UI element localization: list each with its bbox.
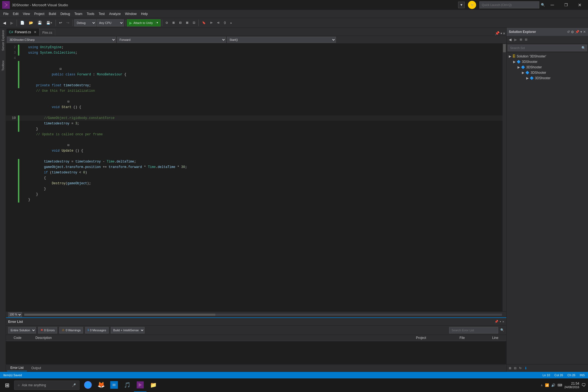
menu-team[interactable]: Team [72,11,84,17]
menu-edit[interactable]: Edit [11,11,21,17]
se-bottom-btn-4[interactable]: ⬇ [523,366,528,371]
menu-project[interactable]: Project [32,11,47,17]
mic-icon[interactable]: 🎤 [72,383,76,387]
toolbox-tab[interactable]: Toolbox [1,58,5,73]
se-back-button[interactable]: ◀ [508,37,513,42]
build-dropdown[interactable]: Build + IntelliSense [111,327,145,333]
toolbar-btn-7[interactable]: ⊲ [215,19,221,27]
se-forward-button[interactable]: ▶ [513,37,518,42]
clock[interactable]: 21:54 24/08/2016 [564,382,579,389]
volume-icon[interactable]: 🔊 [551,383,555,387]
panel-dropdown-icon[interactable]: ▾ [500,320,501,323]
vertical-scrollbar[interactable] [503,44,506,311]
keyboard-icon[interactable]: ⌨ [558,383,562,387]
line-code-14[interactable]: // Update is called once per frame [19,132,503,137]
scope-dropdown[interactable]: Entire Solution [8,327,36,333]
dropdown-tab-icon[interactable]: ▾ [500,31,502,36]
open-button[interactable]: 📂 [27,19,35,27]
taskbar-app-vs[interactable] [134,378,146,392]
panel-close-icon[interactable]: ✕ [502,320,504,323]
server-explorer-tab[interactable]: Server Explorer [1,28,5,53]
attach-to-unity-button[interactable]: ▶ Attach to Unity ▾ [127,19,161,26]
scroll-thumb[interactable] [503,44,506,52]
errors-filter-button[interactable]: ✖ 0 Errors [38,327,57,333]
collapse-9[interactable]: ⊟ [68,100,69,104]
menu-help[interactable]: Help [139,11,150,17]
se-expand-icon-0[interactable]: ▶ [509,54,511,58]
notification-icon[interactable]: 🗨 [581,383,586,388]
code-lines-container[interactable]: 2 using UnityEngine; 3 using System.Coll… [6,44,503,311]
col-line-header[interactable]: Line [490,335,506,341]
se-item-project-1[interactable]: ▶ 🔷 3DShooter [507,59,588,65]
toolbar-btn-5[interactable]: ⊡ [191,19,197,27]
se-item-project-3[interactable]: ▶ 🔷 3DShooter [507,70,588,75]
method-dropdown[interactable]: Start() [227,37,336,43]
toolbar-btn-8[interactable]: ⟨⟩ [222,19,228,27]
taskbar-app-media[interactable]: 🎵 [121,378,133,392]
horizontal-scrollbar[interactable] [24,314,502,316]
menu-build[interactable]: Build [47,11,58,17]
collapse-15[interactable]: ⊟ [68,143,69,147]
se-pin-icon[interactable]: 📌 [575,30,579,34]
taskbar-app-chrome[interactable]: 🌐 [82,378,94,392]
se-expand-icon-3[interactable]: ▶ [522,71,524,75]
tab-forward-close[interactable]: ✕ [34,30,36,34]
save-button[interactable]: 💾 [36,19,44,27]
toolbar-btn-1[interactable]: ⊙ [164,19,170,27]
menu-window[interactable]: Window [123,11,139,17]
minimize-button[interactable]: ─ [546,0,559,10]
col-file-header[interactable]: File [457,335,490,341]
line-code-9[interactable]: ⊟ void Start () { [19,94,503,115]
taskbar-app-mail[interactable]: ✉ [108,378,120,392]
line-code-18[interactable]: if (timetodestroy < 0) [19,170,503,175]
line-code-6[interactable]: private float timetodestroy; [19,83,503,88]
line-code-22[interactable]: } [19,192,503,197]
tab-forward-cs[interactable]: C# Forward.cs ✕ [6,28,39,36]
line-code-11[interactable]: timetodestroy = 3; [19,121,503,126]
se-dropdown-icon[interactable]: ▾ [580,30,582,34]
redo-button[interactable]: ↪ [65,19,71,27]
col-code-header[interactable]: Code [11,335,33,341]
se-show-all-button[interactable]: ⊞ [519,37,523,42]
se-item-project-2[interactable]: ▶ 🔷 3DShooter [507,65,588,70]
h-scroll-thumb[interactable] [24,314,215,316]
toolbar-btn-2[interactable]: ⊞ [170,19,177,27]
col-project-header[interactable]: Project [414,335,457,341]
line-code-4[interactable] [19,56,503,61]
undo-button[interactable]: ↩ [57,19,64,27]
line-code-3[interactable]: using System.Collections; [19,50,503,56]
se-close-icon[interactable]: ✕ [583,30,586,34]
back-button[interactable]: ◀ [1,19,8,27]
namespace-dropdown[interactable]: 3DShooter.CSharp [7,37,116,43]
menu-debug[interactable]: Debug [58,11,72,17]
line-code-10[interactable]: //GameObject.rigidbody.constantForce [19,115,503,121]
start-button[interactable]: ⊞ [0,378,14,392]
line-code-21[interactable]: } [19,186,503,192]
toolbar-overflow[interactable]: » [228,19,234,27]
se-expand-icon-4[interactable]: ▶ [526,76,529,80]
tab-output[interactable]: Output [28,365,44,371]
error-search-input[interactable] [449,327,498,333]
line-code-19[interactable]: { [19,175,503,181]
new-file-button[interactable]: 📄 [18,19,26,27]
se-bottom-btn-1[interactable]: ⊞ [508,366,512,370]
search-icon[interactable]: 🔍 [541,3,545,7]
taskbar-app-folder[interactable]: 📁 [147,378,160,392]
line-code-12[interactable]: } [19,126,503,132]
line-code-8[interactable]: // Use this for initialization [19,88,503,94]
close-tab-icon[interactable]: ✕ [503,31,505,36]
toolbar-btn-3[interactable]: ⊟ [177,19,183,27]
se-expand-icon-1[interactable]: ▶ [513,60,516,64]
tab-fire-cs[interactable]: Fire.cs [39,29,55,36]
menu-file[interactable]: File [1,11,11,17]
close-button[interactable]: ✕ [573,0,586,10]
se-search-input[interactable] [508,46,580,50]
collapse-5[interactable]: ⊟ [60,67,62,71]
se-item-project-4[interactable]: ▶ 🔷 3DShooter [507,75,588,81]
bookmark-button[interactable]: 🔖 [200,19,208,27]
toolbar-btn-6[interactable]: ⊳ [208,19,215,27]
line-code-20[interactable]: Destroy(gameObject); [19,181,503,186]
line-code-16[interactable]: timetodestroy = timetodestroy - Time.del… [19,159,503,164]
save-all-button[interactable]: 💾+ [44,19,54,27]
line-code-5[interactable]: ⊟ public class Forward : MonoBehaviour { [19,61,503,83]
